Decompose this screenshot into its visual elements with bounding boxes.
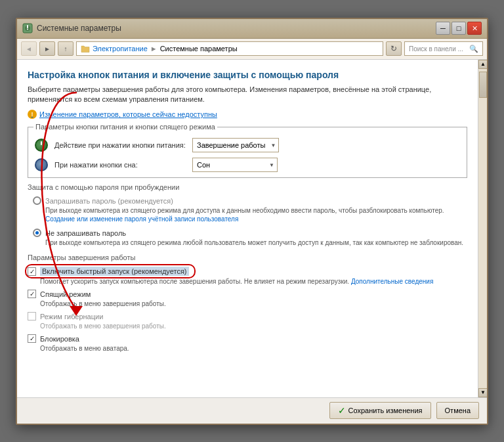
sleep-button-row: При нажатии кнопки сна: Сон — [35, 158, 460, 172]
fast-start-desc: Помогает ускорить запуск компьютера посл… — [28, 277, 467, 286]
scrollbar[interactable]: ▲ ▼ — [478, 60, 487, 397]
power-button-label: Действие при нажатии кнопки питания: — [54, 141, 186, 149]
close-button[interactable]: ✕ — [467, 22, 482, 35]
fast-start-item: Включить быстрый запуск (рекомендуется) … — [28, 267, 467, 286]
sleep-button-dropdown[interactable]: Сон — [192, 158, 278, 172]
maximize-button[interactable]: □ — [452, 22, 466, 35]
shutdown-section-title: Параметры завершения работы — [28, 254, 467, 261]
cancel-button[interactable]: Отмена — [436, 402, 479, 419]
save-button[interactable]: ✓ Сохранить изменения — [329, 402, 431, 419]
footer-bar: ✓ Сохранить изменения Отмена — [17, 397, 487, 424]
address-current: Системные параметры — [160, 45, 238, 53]
require-password-desc: При выходе компьютера из спящего режима … — [33, 206, 467, 223]
no-require-password-radio[interactable] — [33, 229, 41, 237]
sleep-mode-checkbox[interactable] — [28, 290, 36, 298]
minimize-button[interactable]: ─ — [436, 22, 450, 35]
fast-start-checkbox[interactable] — [28, 267, 36, 276]
hibernate-desc: Отображать в меню завершения работы. — [28, 322, 467, 330]
search-icon: 🔍 — [469, 45, 478, 53]
lock-item: Блокировка Отображать в меню аватара. — [28, 334, 467, 353]
power-buttons-section: Параметры кнопки питания и кнопки спящег… — [28, 127, 467, 178]
lock-checkbox[interactable] — [28, 334, 36, 343]
no-require-password-desc: При выходе компьютера из спящего режима … — [33, 238, 467, 247]
save-label: Сохранить изменения — [348, 407, 423, 414]
sleep-mode-desc: Отображать в меню завершения работы. — [28, 299, 467, 308]
page-subtitle: Выберите параметры завершения работы для… — [28, 85, 467, 105]
back-button[interactable]: ◄ — [21, 41, 37, 56]
forward-button[interactable]: ► — [39, 41, 55, 56]
search-box[interactable]: Поиск в панели ... 🔍 — [404, 41, 483, 56]
password-section-title: Защита с помощью пароля при пробуждении — [28, 183, 467, 191]
sleep-icon — [35, 158, 48, 171]
hibernate-label: Режим гибернации — [40, 313, 103, 320]
scroll-thumb[interactable] — [479, 72, 487, 98]
sleep-mode-label: Спящий режим — [40, 290, 91, 298]
more-info-link[interactable]: Дополнительные сведения — [351, 278, 433, 285]
require-password-label: Запрашивать пароль (рекомендуется) — [45, 197, 173, 205]
search-placeholder: Поиск в панели ... — [409, 45, 463, 53]
hibernate-checkbox[interactable] — [28, 312, 36, 320]
password-section: Защита с помощью пароля при пробуждении … — [28, 183, 467, 247]
change-link[interactable]: ! Изменение параметров, которые сейчас н… — [28, 110, 467, 119]
lock-label: Блокировка — [40, 335, 79, 343]
scroll-down-button[interactable]: ▼ — [478, 388, 487, 397]
radio-group: Запрашивать пароль (рекомендуется) При в… — [28, 196, 467, 247]
up-button[interactable]: ↑ — [58, 41, 74, 56]
no-require-password-label: Не запрашивать пароль — [45, 229, 126, 237]
require-password-item: Запрашивать пароль (рекомендуется) При в… — [33, 196, 467, 223]
scroll-up-button[interactable]: ▲ — [478, 60, 487, 69]
create-password-link[interactable]: Создание или изменение пароля учётной за… — [45, 215, 238, 223]
change-link-text[interactable]: Изменение параметров, которые сейчас нед… — [39, 110, 217, 118]
warning-icon: ! — [28, 110, 37, 119]
svg-point-3 — [27, 29, 28, 30]
checkmark-icon: ✓ — [338, 405, 346, 416]
power-button-dropdown[interactable]: Завершение работы — [192, 138, 279, 152]
svg-rect-2 — [27, 25, 28, 28]
window-icon — [22, 23, 33, 33]
navigation-bar: ◄ ► ↑ Электропитание ► Системные парамет… — [17, 39, 487, 60]
sleep-button-label: При нажатии кнопки сна: — [54, 161, 186, 169]
scroll-track[interactable] — [478, 69, 487, 388]
folder-icon — [81, 44, 90, 53]
page-title: Настройка кнопок питания и включение защ… — [28, 69, 467, 81]
power-button-row: Действие при нажатии кнопки питания: Зав… — [35, 138, 460, 152]
sleep-mode-item: Спящий режим Отображать в меню завершени… — [28, 290, 467, 308]
no-require-password-item: Не запрашивать пароль При выходе компьют… — [33, 229, 467, 247]
address-elektropitanie[interactable]: Электропитание — [93, 45, 148, 53]
window-title: Системные параметры — [37, 24, 121, 33]
lock-desc: Отображать в меню аватара. — [28, 344, 467, 353]
fast-start-label: Включить быстрый запуск (рекомендуется) — [40, 267, 189, 276]
refresh-button[interactable]: ↻ — [386, 41, 402, 56]
title-buttons: ─ □ ✕ — [436, 22, 482, 35]
require-password-radio[interactable] — [33, 196, 41, 205]
shutdown-section: Параметры завершения работы Включить быс… — [28, 254, 467, 353]
address-bar: Электропитание ► Системные параметры — [76, 41, 383, 56]
title-bar: Системные параметры ─ □ ✕ — [17, 19, 487, 39]
hibernate-item: Режим гибернации Отображать в меню завер… — [28, 312, 467, 330]
main-content: Настройка кнопок питания и включение защ… — [17, 60, 478, 397]
content-wrapper: Настройка кнопок питания и включение защ… — [17, 60, 487, 397]
power-section-title: Параметры кнопки питания и кнопки спящег… — [33, 123, 217, 131]
power-icon — [35, 139, 48, 152]
